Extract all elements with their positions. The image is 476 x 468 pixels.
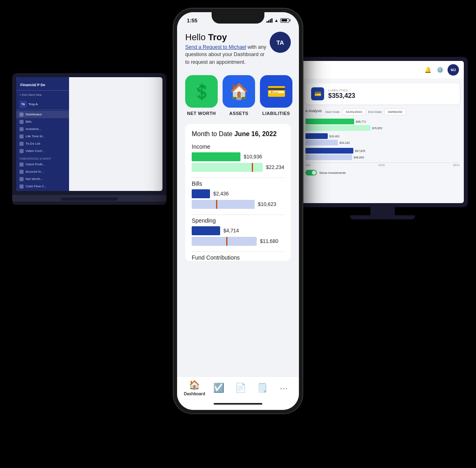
phone-device: 1:55 ▲ [173,8,303,414]
income-actual-value: $10,936 [244,154,262,160]
sidebar-item-dashboard[interactable]: Dashboard [16,111,69,118]
bills-budget-value: $10,623 [258,202,276,207]
phone-greeting: Hello Troy [185,32,270,43]
battery-fill [281,19,287,22]
sidebar-item-investments[interactable]: Investme... [16,126,69,133]
assets-label: ASSETS [229,111,248,116]
client-profile-icon [19,162,24,167]
phone-status-icons: ▲ [266,18,289,23]
sidebar-item-lifetime[interactable]: Life Time M... [16,133,69,140]
laptop-device: Financial P De < Exit Client View TA Tro… [12,73,167,205]
axis-label-20k: 20K [305,164,310,167]
phone-icon-card-liabilities[interactable]: 💳 LIABILITIES [260,75,292,116]
nav-item-more[interactable]: ··· [276,384,292,393]
laptop-stand [12,202,167,205]
liabilities-icon-btn[interactable]: 💳 [260,75,292,108]
sidebar-item-client-profile[interactable]: Client Profil... [16,161,69,168]
spending-budget-bar [192,237,257,246]
home-icon [19,113,24,117]
sidebar-item-account-inv[interactable]: Account In... [16,168,69,176]
liabilities-text: LIABILITIES $353,423 [328,89,355,100]
end-date-field[interactable]: 04/06/202 [384,108,406,115]
income-actual-row: $10,936 [192,152,284,161]
greeting-prefix: Hello [185,32,208,42]
monitor-bar-light-1 [305,125,370,131]
settings-icon[interactable]: ⚙️ [435,65,444,74]
spending-budget-row: $11,680 [192,237,284,246]
home-nav-icon: 🏠 [189,380,200,390]
liabilities-icon: 💳 [311,87,324,100]
monitor-content: 💳 LIABILITIES $353,423 e Analysis Start … [301,79,464,180]
bills-budget-row: $10,623 [192,200,284,209]
sidebar-label-lifetime: Life Time M... [26,134,45,138]
spending-actual-bar [192,226,220,235]
sidebar-item-video[interactable]: Video Conf... [16,147,69,155]
bills-budget-bar [192,200,255,209]
laptop-client-name: Troy A [28,102,38,106]
laptop-screen-inner: Financial P De < Exit Client View TA Tro… [16,77,162,191]
phone-outer: 1:55 ▲ [173,8,303,414]
laptop-sidebar-header: Financial P De [16,80,69,91]
sidebar-item-bills[interactable]: Bills [16,118,69,126]
investments-icon [19,127,24,131]
phone-icon-card-assets[interactable]: 🏠 ASSETS [223,75,255,116]
phone-main: Hello Troy Send a Request to Michael wit… [177,27,299,261]
sidebar-label-client-profile: Client Profil... [26,162,45,166]
video-icon [19,149,24,153]
spending-actual-row: $4,714 [192,226,284,235]
sidebar-label-investments: Investme... [26,127,41,131]
spending-budget-value: $11,680 [260,238,278,244]
laptop-client-avatar: TA [19,101,27,108]
laptop-screen: Financial P De < Exit Client View TA Tro… [12,73,167,195]
sidebar-item-todo[interactable]: To-Do List [16,140,69,147]
sidebar-label-net-worth: Net Worth... [26,177,43,181]
chart-spending: Spending $4,714 $11,680 [185,217,291,246]
home-bar [214,403,262,405]
monitor-screen-outer: 🔔 ⚙️ MJ 💳 LIABILITIES $353,423 e Analysi… [297,57,468,207]
mtd-date: June 16, 2022 [234,130,277,137]
monitor-screen-inner: 🔔 ⚙️ MJ 💳 LIABILITIES $353,423 e Analysi… [301,61,464,203]
monitor-bar-light-3 [305,154,352,160]
sidebar-label-todo: To-Do List [26,142,40,145]
nav-item-notes[interactable]: 🗒️ [254,383,270,393]
notification-icon[interactable]: 🔔 [423,65,432,74]
nav-label-dashboard: Dashboard [184,392,205,396]
laptop-main-content [69,77,162,191]
start-date-field[interactable]: 01/01/2022 [342,108,366,115]
phone-bottom-nav: 🏠 Dashboard ☑️ 📄 🗒️ ··· [177,376,299,398]
income-budget-row: $22,234 [192,163,284,172]
bills-actual-bar [192,189,210,198]
start-date-label: Start Date [325,110,340,114]
spending-title: Spending [192,217,284,224]
sidebar-label-cashflow1: Cash Flow C... [26,184,47,188]
phone-notch [212,12,264,24]
phone-quick-icons-row: 💲 NET WORTH 🏠 ASSETS 💳 [185,75,291,116]
phone-icon-card-networth[interactable]: 💲 NET WORTH [185,75,218,116]
sidebar-item-cashflow1[interactable]: Cash Flow C... [16,183,69,190]
todo-icon [19,142,24,146]
bills-title: Bills [192,180,284,187]
nav-item-reports[interactable]: 📄 [232,383,249,393]
bills-actual-row: $2,436 [192,189,284,198]
notes-nav-icon: 🗒️ [257,383,268,393]
lifetime-icon [19,134,24,139]
liabilities-card: 💳 LIABILITIES $353,423 [305,83,460,104]
exit-client-view[interactable]: < Exit Client View [16,92,69,98]
assets-icon-btn[interactable]: 🏠 [223,75,255,108]
monitor-chart-axis: 20K $40K $60K [305,162,460,167]
phone-subtext: Send a Request to Michael with any quest… [185,43,270,66]
more-nav-icon: ··· [280,384,288,393]
show-investments-toggle[interactable] [305,170,317,176]
net-worth-icon-btn[interactable]: 💲 [185,75,218,108]
request-link[interactable]: Send a Request to Michael [185,44,246,50]
sidebar-item-net-worth[interactable]: Net Worth... [16,176,69,183]
sidebar-label-dashboard: Dashboard [26,113,41,116]
phone-scroll-content: Hello Troy Send a Request to Michael wit… [177,27,299,376]
phone-greeting-row: Hello Troy Send a Request to Michael wit… [185,32,291,73]
spending-bar-marker [226,237,227,246]
tasks-nav-icon: ☑️ [213,383,224,393]
income-title: Income [192,143,284,150]
nav-item-dashboard[interactable]: 🏠 Dashboard [184,380,205,396]
sidebar-item-cashflow2[interactable]: Cash Flow... [16,190,69,191]
nav-item-tasks[interactable]: ☑️ [211,383,227,393]
